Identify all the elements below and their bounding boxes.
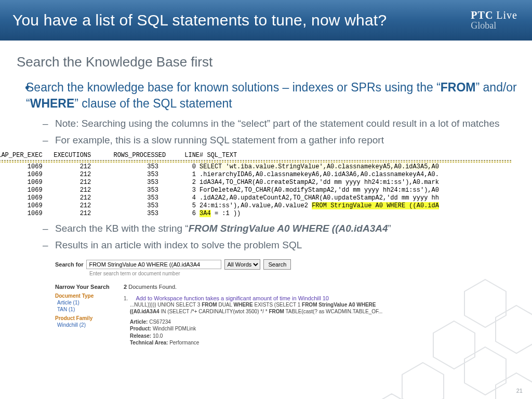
result-title-link[interactable]: Add to Workspace function takes a signif… (136, 295, 329, 301)
result-number: 1. (124, 296, 128, 301)
search-input[interactable] (86, 260, 221, 269)
brand-global: Global (471, 21, 517, 31)
sql-row: 1069 212 353 6 3A4 = :1 )) (0, 210, 518, 218)
search-label: Search for (55, 261, 83, 268)
search-mode-select[interactable]: All Words (224, 259, 260, 270)
header-bar: You have a list of SQL statements to tun… (0, 0, 532, 41)
sub-bullet-search-kb: Search the KB with the string “FROM Stri… (38, 222, 518, 235)
page-number: 21 (516, 388, 523, 394)
facets-title: Narrow Your Search (55, 284, 112, 290)
text: Search the KB with the string “ (55, 223, 189, 234)
sql-row: 1069 212 353 2 idA3A4,TO_CHAR(A0.createS… (0, 179, 518, 187)
svg-marker-6 (371, 394, 413, 399)
facet-tan[interactable]: TAN (1) (57, 307, 112, 312)
result-snippet: ...NULL))))) UNION SELECT 3 FROM DUAL WH… (130, 301, 388, 315)
facet-article[interactable]: Article (1) (57, 300, 112, 305)
results-count: 2 Documents Found. (124, 284, 388, 290)
facet-group-product: Product Family (55, 315, 112, 321)
brand-logo: PTC Live Global (471, 9, 517, 31)
search-button[interactable]: Search (263, 259, 291, 270)
slide-title: You have a list of SQL statements to tun… (12, 11, 387, 29)
result-metadata: Article: CS67234 Product: Windchill PDML… (130, 318, 388, 347)
facet-windchill[interactable]: Windchill (2) (57, 322, 112, 328)
from-keyword: FROM (441, 81, 476, 94)
svg-marker-4 (402, 363, 444, 399)
facet-group-doctype: Document Type (55, 293, 112, 299)
brand-live: Live (493, 9, 517, 21)
svg-marker-5 (496, 373, 532, 399)
facets-sidebar: Narrow Your Search Document Type Article… (55, 284, 112, 347)
bullet-text: Search the knowledge base for known solu… (26, 81, 441, 94)
sql-row: 1069 212 353 0 SELECT 'wt.iba.value.Stri… (0, 163, 518, 171)
sub-bullet-results: Results in an article with index to solv… (38, 238, 518, 252)
sql-row: 1069 212 353 4 .idA2A2,A0.updateCountA2,… (0, 194, 518, 202)
main-bullet: Search the knowledge base for known solu… (14, 79, 518, 147)
sub-bullet-note: Note: Searching using the columns in the… (38, 117, 518, 130)
svg-marker-3 (464, 347, 506, 395)
sql-row: 1069 212 353 1 .hierarchyIDA6,A0.classna… (0, 171, 518, 179)
subtitle: Search the Knowledge Base first (17, 54, 518, 70)
sql-header: ELAP_PER_EXEC EXECUTIONS ROWS_PROCESSED … (0, 152, 518, 159)
search-hint: Enter search term or document number (89, 271, 388, 276)
sql-row: 1069 212 353 5 24:mi:ss'),A0.value,A0.va… (0, 202, 518, 210)
text: ” (388, 223, 391, 234)
sub-bullet-example: For example, this is a slow running SQL … (38, 134, 518, 147)
kb-search-panel: Search for All Words Search Enter search… (55, 259, 388, 347)
sql-report-block: ELAP_PER_EXEC EXECUTIONS ROWS_PROCESSED … (0, 152, 518, 218)
spacer: Search the KB with the string “FROM Stri… (14, 222, 518, 251)
search-string: FROM StringValue A0 WHERE ((A0.idA3A4 (189, 223, 388, 234)
brand-ptc: PTC (471, 9, 493, 21)
sql-row: 1069 212 353 3 ForDeleteA2,TO_CHAR(A0.mo… (0, 187, 518, 194)
bullet-text: ” clause of the SQL statement (74, 97, 232, 110)
where-keyword: WHERE (30, 97, 75, 110)
